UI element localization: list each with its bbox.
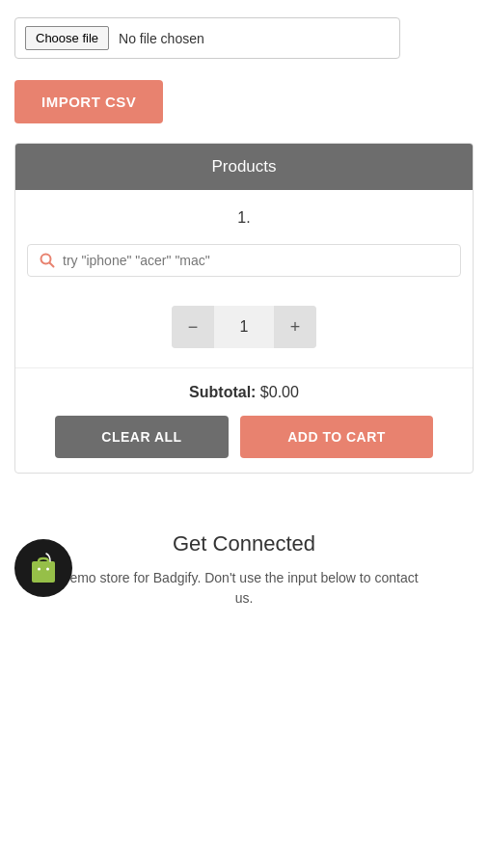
quantity-value: 1 [214, 318, 274, 336]
get-connected-title: Get Connected [14, 531, 474, 556]
shopify-bag-icon [29, 552, 58, 584]
svg-rect-2 [32, 561, 55, 583]
get-connected-text: emo store for Badgify. Don't use the inp… [61, 568, 427, 609]
get-connected-section: Get Connected emo store for Badgify. Don… [0, 512, 488, 623]
svg-point-4 [46, 567, 49, 570]
page-wrapper: Choose file No file chosen IMPORT CSV Pr… [0, 0, 488, 623]
subtotal-line: Subtotal: $0.00 [30, 384, 458, 401]
quantity-section: − 1 + [15, 291, 473, 367]
add-to-cart-button[interactable]: ADD TO CART [240, 416, 433, 458]
products-section: Products 1. − 1 + [14, 143, 474, 474]
products-title: Products [211, 157, 276, 176]
action-buttons: CLEAR ALL ADD TO CART [30, 416, 458, 458]
subtotal-value: $0.00 [260, 384, 299, 400]
product-number: 1. [15, 190, 473, 236]
cart-footer: Subtotal: $0.00 CLEAR ALL ADD TO CART [15, 367, 473, 473]
shopify-badge [14, 539, 72, 597]
quantity-stepper: − 1 + [172, 306, 316, 348]
import-csv-button[interactable]: IMPORT CSV [14, 80, 163, 123]
file-input-wrapper: Choose file No file chosen [14, 17, 400, 59]
no-file-label: No file chosen [119, 31, 204, 46]
search-bar[interactable] [27, 244, 461, 277]
clear-all-button[interactable]: CLEAR ALL [55, 416, 229, 458]
search-icon [40, 253, 55, 268]
svg-line-1 [50, 263, 54, 267]
spacer [0, 474, 488, 512]
quantity-decrement-button[interactable]: − [172, 306, 214, 348]
search-input[interactable] [63, 253, 448, 268]
quantity-increment-button[interactable]: + [274, 306, 316, 348]
products-header: Products [15, 144, 473, 190]
import-section: IMPORT CSV [0, 68, 488, 143]
file-section: Choose file No file chosen [0, 0, 488, 68]
svg-point-3 [38, 567, 41, 570]
subtotal-label: Subtotal: [189, 384, 256, 400]
choose-file-button[interactable]: Choose file [25, 26, 109, 50]
